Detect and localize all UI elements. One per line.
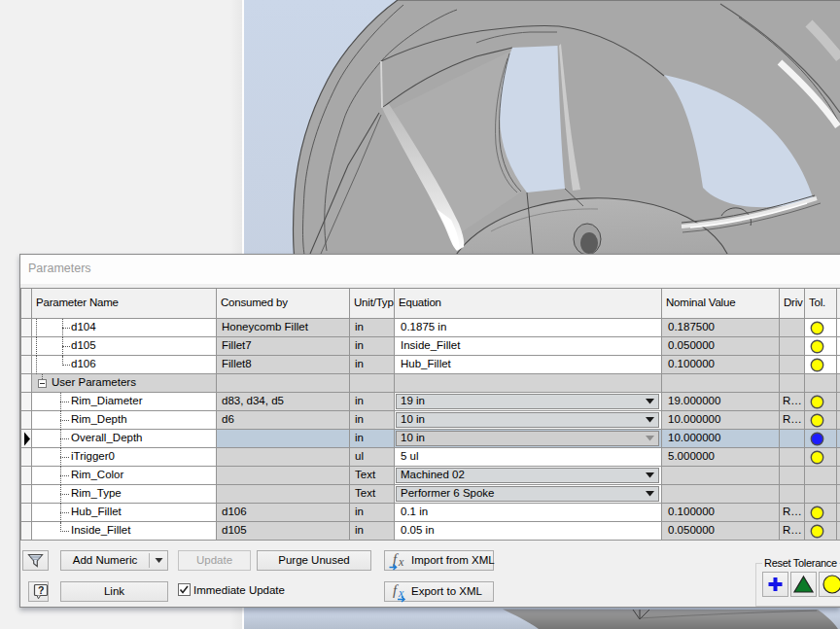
svg-text:x: x [398,555,404,569]
svg-text:?: ? [38,584,44,596]
